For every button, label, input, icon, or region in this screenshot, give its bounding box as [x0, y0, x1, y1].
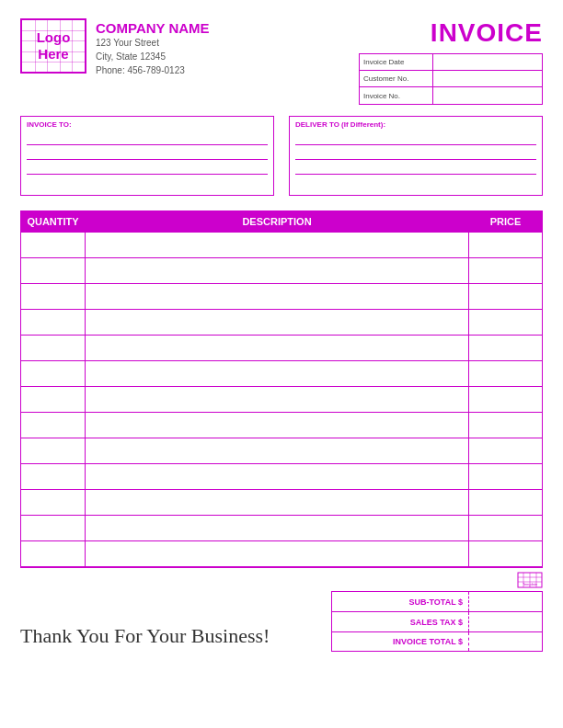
company-info: COMPANY NAME 123 Your Street City, State…: [96, 18, 210, 77]
qty-cell[interactable]: [21, 310, 86, 336]
invoice-to-line3[interactable]: [27, 162, 268, 175]
table-row: [21, 284, 543, 310]
customer-no-row: Customer No.: [360, 71, 542, 87]
desc-cell[interactable]: [86, 387, 469, 413]
invoice-date-value[interactable]: [433, 54, 542, 70]
salestax-value[interactable]: [468, 612, 542, 631]
desc-cell[interactable]: [86, 516, 469, 541]
invoicetotal-label: INVOICE TOTAL $: [332, 637, 468, 646]
price-cell[interactable]: [469, 413, 543, 438]
price-cell[interactable]: [469, 233, 543, 258]
footer-section: Thank You For Your Business! Template: [20, 567, 543, 652]
qty-cell[interactable]: [21, 284, 86, 310]
subtotal-row: SUB-TOTAL $: [331, 591, 543, 611]
logo-text: Logo Here: [37, 29, 71, 63]
invoice-to-box: INVOICE TO:: [20, 116, 274, 196]
table-row: [21, 438, 543, 464]
deliver-to-line1[interactable]: [295, 132, 536, 145]
table-row: [21, 310, 543, 336]
invoice-date-label: Invoice Date: [360, 54, 433, 70]
price-cell[interactable]: [469, 516, 543, 541]
col-header-qty: QUANTITY: [21, 211, 86, 233]
invoice-to-lines: [27, 132, 268, 191]
invoice-to-line1[interactable]: [27, 132, 268, 145]
address-line2: City, State 12345: [96, 50, 210, 63]
deliver-to-line2[interactable]: [295, 147, 536, 160]
desc-cell[interactable]: [86, 490, 469, 516]
table-row: [21, 413, 543, 438]
desc-cell[interactable]: [86, 541, 469, 567]
qty-cell[interactable]: [21, 490, 86, 516]
table-row: [21, 233, 543, 258]
totals-logo-row: Template: [331, 568, 543, 591]
invoice-no-value[interactable]: [433, 87, 542, 104]
qty-cell[interactable]: [21, 464, 86, 490]
desc-cell[interactable]: [86, 413, 469, 438]
col-header-desc: DESCRIPTION: [86, 211, 469, 233]
invoice-to-line2[interactable]: [27, 147, 268, 160]
header-left: Logo Here COMPANY NAME 123 Your Street C…: [20, 18, 210, 77]
deliver-to-line4[interactable]: [295, 176, 536, 189]
desc-cell[interactable]: [86, 336, 469, 361]
address-section: INVOICE TO: DELIVER TO (If Different):: [20, 116, 543, 196]
qty-cell[interactable]: [21, 336, 86, 361]
price-cell[interactable]: [469, 284, 543, 310]
table-row: [21, 336, 543, 361]
invoice-title: INVOICE: [359, 18, 543, 48]
price-cell[interactable]: [469, 490, 543, 516]
subtotal-value[interactable]: [468, 592, 542, 611]
invoice-to-line4[interactable]: [27, 176, 268, 189]
invoice-page: Logo Here COMPANY NAME 123 Your Street C…: [0, 0, 563, 728]
qty-cell[interactable]: [21, 387, 86, 413]
invoice-to-label: INVOICE TO:: [27, 120, 268, 129]
thank-you-text: Thank You For Your Business!: [20, 615, 331, 652]
qty-cell[interactable]: [21, 361, 86, 387]
header-right: INVOICE Invoice Date Customer No. Invoic…: [359, 18, 543, 105]
qty-cell[interactable]: [21, 413, 86, 438]
desc-cell[interactable]: [86, 438, 469, 464]
salestax-row: SALES TAX $: [331, 611, 543, 631]
desc-cell[interactable]: [86, 233, 469, 258]
company-address: 123 Your Street City, State 12345 Phone:…: [96, 36, 210, 77]
price-cell[interactable]: [469, 387, 543, 413]
totals-section: Template SUB-TOTAL $ SALES TAX $ INVOICE…: [331, 568, 543, 652]
desc-cell[interactable]: [86, 361, 469, 387]
invoice-table: QUANTITY DESCRIPTION PRICE: [20, 210, 543, 567]
qty-cell[interactable]: [21, 233, 86, 258]
customer-no-value[interactable]: [433, 71, 542, 86]
desc-cell[interactable]: [86, 464, 469, 490]
customer-no-label: Customer No.: [360, 71, 433, 86]
deliver-to-label: DELIVER TO (If Different):: [295, 120, 536, 129]
qty-cell[interactable]: [21, 516, 86, 541]
header: Logo Here COMPANY NAME 123 Your Street C…: [20, 18, 543, 105]
qty-cell[interactable]: [21, 258, 86, 284]
table-row: [21, 490, 543, 516]
table-row: [21, 541, 543, 567]
table-row: [21, 387, 543, 413]
invoicetotal-row: INVOICE TOTAL $: [331, 631, 543, 652]
desc-cell[interactable]: [86, 284, 469, 310]
invoice-no-label: Invoice No.: [360, 87, 433, 104]
price-cell[interactable]: [469, 258, 543, 284]
invoice-no-row: Invoice No.: [360, 87, 542, 104]
totals-mini-logo: Template: [517, 572, 543, 589]
logo-box: Logo Here: [20, 18, 86, 74]
qty-cell[interactable]: [21, 438, 86, 464]
salestax-label: SALES TAX $: [332, 618, 468, 627]
price-cell[interactable]: [469, 541, 543, 567]
price-cell[interactable]: [469, 361, 543, 387]
desc-cell[interactable]: [86, 310, 469, 336]
price-cell[interactable]: [469, 464, 543, 490]
price-cell[interactable]: [469, 336, 543, 361]
address-line3: Phone: 456-789-0123: [96, 63, 210, 77]
col-header-price: PRICE: [469, 211, 543, 233]
company-name: COMPANY NAME: [96, 20, 210, 36]
svg-text:Template: Template: [523, 582, 538, 586]
price-cell[interactable]: [469, 310, 543, 336]
desc-cell[interactable]: [86, 258, 469, 284]
price-cell[interactable]: [469, 438, 543, 464]
qty-cell[interactable]: [21, 541, 86, 567]
invoice-date-row: Invoice Date: [360, 54, 542, 71]
invoicetotal-value[interactable]: [468, 632, 542, 651]
deliver-to-line3[interactable]: [295, 162, 536, 175]
